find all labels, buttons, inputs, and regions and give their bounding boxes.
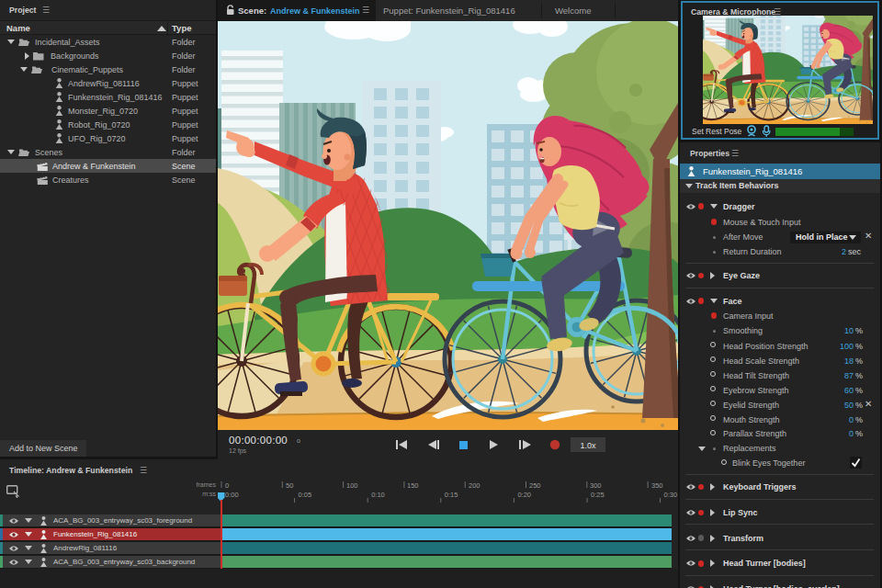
svg-text:0:10: 0:10 [371, 491, 385, 499]
svg-text:0:00: 0:00 [225, 491, 239, 499]
svg-text:50: 50 [286, 481, 293, 490]
svg-text:1.0x: 1.0x [580, 441, 596, 450]
svg-text:0:05: 0:05 [299, 491, 312, 499]
svg-text:0: 0 [225, 481, 229, 490]
svg-text:150: 150 [407, 481, 419, 490]
svg-text:250: 250 [529, 481, 541, 490]
svg-text:300: 300 [590, 481, 602, 490]
svg-text:200: 200 [469, 481, 481, 490]
svg-text:0:25: 0:25 [591, 491, 605, 499]
svg-text:350: 350 [651, 481, 663, 490]
svg-text:100: 100 [346, 481, 358, 490]
svg-text:0:30: 0:30 [664, 491, 678, 499]
svg-text:0:15: 0:15 [445, 491, 458, 499]
svg-text:0:20: 0:20 [517, 491, 531, 499]
